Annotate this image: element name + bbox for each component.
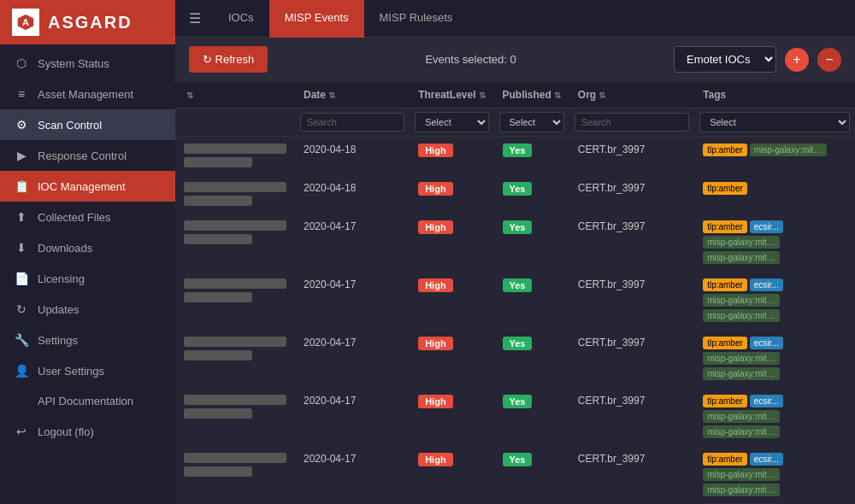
cell-threat-6: High: [410, 446, 493, 504]
cell-org-0: CERT.br_3997: [569, 137, 694, 175]
cell-org-2: CERT.br_3997: [569, 214, 694, 272]
sidebar-item-scan-control[interactable]: ⚙ Scan Control: [0, 109, 175, 140]
cell-id-0: [175, 137, 295, 175]
sidebar-item-api-documentation[interactable]: API Documentation: [0, 386, 175, 416]
cell-date-0: 2020-04-18: [295, 137, 410, 175]
sidebar-item-asset-management[interactable]: ≡ Asset Management: [0, 79, 175, 109]
app-title: ASGARD: [48, 13, 133, 32]
sidebar-item-downloads[interactable]: ⬇ Downloads: [0, 232, 175, 263]
cell-threat-3: High: [410, 272, 493, 330]
sort-icon: ⇅: [598, 91, 605, 100]
user-settings-icon: 👤: [14, 364, 29, 378]
sidebar-item-settings[interactable]: 🔧 Settings: [0, 325, 175, 355]
filter-select-col-published[interactable]: Select: [499, 112, 564, 132]
table-row[interactable]: 2020-04-17HighYesCERT.br_3997tlp:amberec…: [175, 214, 855, 272]
add-button[interactable]: +: [785, 48, 809, 72]
published-badge: Yes: [503, 182, 533, 196]
remove-button[interactable]: −: [817, 48, 841, 72]
tab-misp-events[interactable]: MISP Events: [269, 0, 364, 38]
sort-icon: ⇅: [479, 91, 486, 100]
tag-3-3: misp-galaxy:mitr...: [703, 309, 780, 322]
tab-misp-rulesets[interactable]: MISP Rulesets: [364, 0, 469, 38]
table-row[interactable]: 2020-04-18HighYesCERT.br_3997tlp:ambermi…: [175, 137, 855, 175]
cell-tags-4: tlp:amberecsir...misp-galaxy:mitr...misp…: [694, 330, 855, 388]
sidebar-item-licensing[interactable]: 📄 Licensing: [0, 263, 175, 294]
tag-2-0: tlp:amber: [703, 220, 747, 233]
settings-icon: 🔧: [14, 333, 29, 347]
hamburger-icon[interactable]: ☰: [189, 10, 201, 26]
sidebar-label-settings: Settings: [38, 334, 78, 347]
sidebar-item-system-status[interactable]: ⬡ System Status: [0, 48, 175, 79]
cell-id-3: [175, 272, 295, 330]
sidebar-item-user-settings[interactable]: 👤 User Settings: [0, 355, 175, 386]
col-header-col-threat[interactable]: ThreatLevel⇅: [410, 82, 493, 108]
table-row[interactable]: 2020-04-17HighYesCERT.br_3997tlp:amberec…: [175, 272, 855, 330]
tag-4-0: tlp:amber: [703, 337, 747, 349]
cell-published-1: Yes: [494, 175, 569, 214]
events-table: ⇅Date⇅ThreatLevel⇅Published⇅Org⇅Tags Sel…: [175, 82, 855, 504]
filter-col-tags: Select: [694, 108, 855, 137]
col-header-col-org[interactable]: Org⇅: [569, 82, 694, 108]
tab-iocs[interactable]: IOCs: [213, 0, 269, 38]
threat-badge: High: [418, 182, 452, 196]
filter-col-published: Select: [494, 108, 569, 137]
cell-tags-6: tlp:amberecsir...misp-galaxy:mitr...misp…: [694, 446, 855, 504]
sidebar-item-ioc-management[interactable]: 📋 IOC Management: [0, 171, 175, 202]
licensing-icon: 📄: [14, 272, 29, 285]
table-row[interactable]: 2020-04-18HighYesCERT.br_3997tlp:amber: [175, 175, 855, 214]
table-row[interactable]: 2020-04-17HighYesCERT.br_3997tlp:amberec…: [175, 388, 855, 446]
tag-4-1: ecsir...: [750, 337, 783, 349]
filter-select-col-threat[interactable]: Select: [415, 112, 488, 132]
tag-5-3: misp-galaxy:mitr...: [703, 425, 780, 438]
threat-badge: High: [418, 278, 452, 292]
published-badge: Yes: [503, 337, 533, 350]
logo-area: A ASGARD: [0, 0, 175, 44]
published-badge: Yes: [503, 278, 533, 292]
published-badge: Yes: [503, 453, 533, 466]
col-header-col-published[interactable]: Published⇅: [494, 82, 569, 108]
tag-4-2: misp-galaxy:mitr...: [703, 352, 780, 365]
topbar: ☰ IOCsMISP EventsMISP Rulesets: [175, 0, 855, 38]
sidebar-label-scan-control: Scan Control: [38, 119, 102, 132]
logout-icon: ↩: [14, 425, 29, 438]
threat-badge: High: [418, 144, 452, 157]
system-status-icon: ⬡: [14, 56, 29, 70]
col-header-col-date[interactable]: Date⇅: [295, 82, 410, 108]
sidebar-item-collected-files[interactable]: ⬆ Collected Files: [0, 202, 175, 232]
sidebar: A ASGARD ⬡ System Status ≡ Asset Managem…: [0, 0, 175, 504]
tag-5-0: tlp:amber: [703, 395, 747, 407]
response-control-icon: ▶: [14, 149, 29, 162]
sidebar-item-response-control[interactable]: ▶ Response Control: [0, 140, 175, 171]
cell-date-2: 2020-04-17: [295, 214, 410, 272]
tag-4-3: misp-galaxy:mitr...: [703, 367, 780, 380]
table-body: 2020-04-18HighYesCERT.br_3997tlp:ambermi…: [175, 137, 855, 504]
table-row[interactable]: 2020-04-17HighYesCERT.br_3997tlp:amberec…: [175, 446, 855, 504]
sidebar-label-user-settings: User Settings: [38, 365, 104, 378]
tag-6-0: tlp:amber: [703, 453, 747, 466]
cell-tags-1: tlp:amber: [694, 175, 855, 214]
sidebar-item-updates[interactable]: ↻ Updates: [0, 294, 175, 325]
filter-select-col-tags[interactable]: Select: [699, 112, 850, 132]
cell-tags-0: tlp:ambermisp-galaxy:mitr...: [694, 137, 855, 175]
cell-threat-0: High: [410, 137, 493, 175]
filter-dropdown[interactable]: Emotet IOCsAll Events: [674, 46, 776, 73]
refresh-button[interactable]: ↻ Refresh: [189, 46, 268, 73]
tag-5-2: misp-galaxy:mitr...: [703, 410, 780, 423]
tag-1-0: tlp:amber: [703, 182, 747, 195]
filter-input-col-date[interactable]: [300, 113, 404, 132]
tag-2-2: misp-galaxy:mitr...: [703, 236, 780, 249]
main-content: ☰ IOCsMISP EventsMISP Rulesets ↻ Refresh…: [175, 0, 855, 504]
sidebar-label-api-documentation: API Documentation: [38, 395, 133, 407]
cell-threat-1: High: [410, 175, 493, 214]
tag-5-1: ecsir...: [750, 395, 783, 407]
sort-icon: ⇅: [554, 91, 561, 100]
col-header-col-id[interactable]: ⇅: [175, 82, 295, 108]
sidebar-nav: ⬡ System Status ≡ Asset Management ⚙ Sca…: [0, 44, 175, 504]
svg-text:A: A: [22, 17, 29, 27]
sidebar-item-logout[interactable]: ↩ Logout (flo): [0, 416, 175, 447]
tags-container-6: tlp:amberecsir...misp-galaxy:mitr...misp…: [703, 453, 846, 496]
tag-3-2: misp-galaxy:mitr...: [703, 294, 780, 307]
table-row[interactable]: 2020-04-17HighYesCERT.br_3997tlp:amberec…: [175, 330, 855, 388]
filter-input-col-org[interactable]: [575, 113, 689, 132]
cell-date-6: 2020-04-17: [295, 446, 410, 504]
